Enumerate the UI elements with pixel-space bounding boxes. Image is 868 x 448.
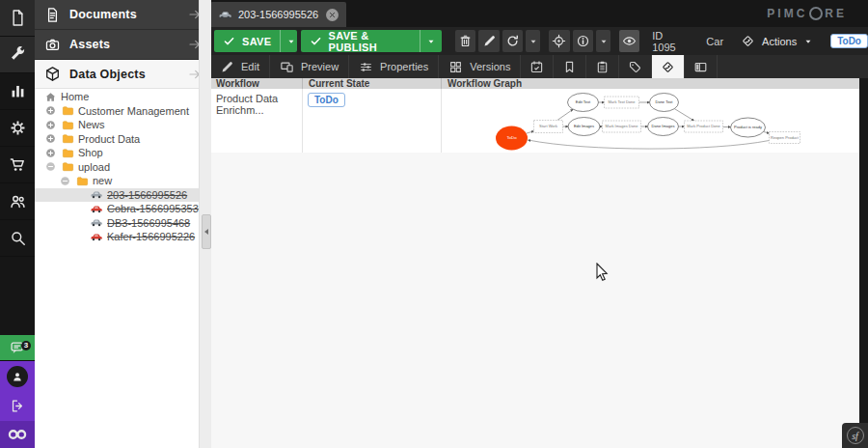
- info-icon: [576, 34, 590, 48]
- tree-item-203-1566995526[interactable]: 203-1566995526: [35, 188, 199, 203]
- object-tab-schedule[interactable]: [521, 55, 554, 78]
- rename-button[interactable]: [478, 30, 500, 52]
- workflow-name: Product Data Enrichm...: [210, 89, 302, 116]
- save-publish-dropdown[interactable]: [420, 30, 442, 52]
- car-icon: [90, 217, 103, 229]
- object-tab-properties[interactable]: Properties: [349, 55, 439, 78]
- tree-item-new[interactable]: new: [35, 174, 199, 188]
- svg-text:Start Work: Start Work: [539, 124, 557, 128]
- save-button[interactable]: SAVE: [214, 30, 297, 52]
- folder-icon: [61, 119, 74, 130]
- svg-text:Product is ready: Product is ready: [734, 125, 762, 129]
- rail-documents-button[interactable]: [0, 0, 35, 37]
- object-tab-tags[interactable]: [619, 55, 652, 78]
- tree-item-upload[interactable]: upload: [35, 160, 199, 175]
- folder-icon: [61, 147, 74, 158]
- folder-icon: [75, 175, 89, 186]
- object-tab-edit[interactable]: Edit: [210, 55, 270, 78]
- check-icon: [310, 35, 322, 47]
- locate-in-tree-button[interactable]: [549, 30, 570, 52]
- workflow-grid-row[interactable]: Product Data Enrichm... ToDo ToDoStart W…: [210, 89, 859, 153]
- expand-plus-icon[interactable]: [43, 119, 57, 130]
- tree-item-db3-1566995468[interactable]: DB3-1566995468: [35, 216, 199, 231]
- object-tab-preview[interactable]: Preview: [270, 55, 349, 78]
- preview-eye-button[interactable]: [619, 30, 640, 52]
- object-tab-reports[interactable]: [586, 55, 619, 78]
- tree-item-news[interactable]: News: [35, 118, 199, 132]
- cell-current-state: ToDo: [303, 89, 442, 153]
- camera-icon: [44, 37, 61, 53]
- col-workflow[interactable]: Workflow: [210, 78, 303, 89]
- chart-icon: [9, 82, 27, 100]
- tree-item-shop[interactable]: Shop: [35, 146, 199, 160]
- panel-documents[interactable]: Documents: [35, 0, 210, 30]
- tree-item-cobra-1566995353[interactable]: Cobra-1566995353: [35, 202, 199, 216]
- expand-plus-icon[interactable]: [43, 105, 57, 117]
- save-label: SAVE: [242, 36, 271, 47]
- splitter-collapse-handle[interactable]: [202, 214, 211, 249]
- panel-data-objects[interactable]: Data Objects: [35, 60, 210, 89]
- panel-splitter[interactable]: [199, 0, 211, 448]
- workflow-node-mark_images_done: Mark Images Done: [603, 121, 641, 132]
- info-dropdown[interactable]: [596, 30, 610, 52]
- symfony-toolbar-button[interactable]: sf: [842, 423, 868, 448]
- rail-ecommerce-button[interactable]: [0, 147, 35, 183]
- actions-label: Actions: [762, 36, 797, 47]
- person-icon: [11, 370, 24, 383]
- tree-item-product-data[interactable]: Product Data: [35, 132, 199, 147]
- rail-search-button[interactable]: [0, 220, 35, 257]
- svg-text:Mark Text Done: Mark Text Done: [609, 99, 637, 104]
- collapse-minus-icon[interactable]: [43, 161, 57, 173]
- rail-tools-button[interactable]: [0, 37, 35, 73]
- reload-button[interactable]: [502, 30, 524, 52]
- expand-plus-icon[interactable]: [43, 147, 57, 158]
- brand-left: PIMC: [767, 7, 807, 20]
- tab-object-203[interactable]: 203-1566995526: [210, 2, 346, 27]
- tree-item-label: upload: [78, 161, 110, 173]
- tree-item-home[interactable]: Home: [35, 90, 199, 104]
- tab-close-icon[interactable]: [326, 9, 339, 21]
- rail-customers-button[interactable]: [0, 183, 35, 220]
- cell-workflow-name: Product Data Enrichm...: [210, 89, 303, 153]
- workflow-node-todo: ToDo: [496, 126, 528, 151]
- panel-assets[interactable]: Assets: [35, 30, 210, 60]
- reload-dropdown[interactable]: [526, 30, 540, 52]
- object-tab-versions[interactable]: Versions: [439, 55, 521, 78]
- rail-logout-button[interactable]: [0, 391, 35, 421]
- sliders-icon: [359, 60, 373, 74]
- folder-icon: [61, 161, 74, 173]
- tree-item-customer-management[interactable]: Customer Management: [35, 104, 199, 119]
- actions-button[interactable]: Actions: [741, 34, 813, 48]
- caret-down-icon: [286, 37, 296, 46]
- workflow-icon: [741, 34, 755, 48]
- sf-icon: sf: [847, 427, 864, 444]
- save-publish-button[interactable]: SAVE & PUBLISH: [301, 30, 443, 52]
- tree-item-label: Product Data: [78, 133, 140, 145]
- object-tab-notes-events[interactable]: [554, 55, 586, 78]
- panel-data-objects-label: Data Objects: [69, 68, 187, 81]
- col-workflow-graph[interactable]: Workflow Graph: [442, 78, 859, 89]
- rail-reports-button[interactable]: [0, 73, 35, 110]
- col-current-state[interactable]: Current State: [303, 78, 442, 89]
- rail-pimcore-logo-button[interactable]: [0, 421, 35, 448]
- rail-notifications-button[interactable]: 3: [0, 335, 35, 361]
- delete-button[interactable]: [455, 30, 476, 52]
- rail-settings-button[interactable]: [0, 110, 35, 147]
- object-tab-workflow[interactable]: [652, 55, 685, 78]
- object-tab-label: Properties: [380, 61, 428, 72]
- save-dropdown[interactable]: [280, 30, 296, 52]
- caret-down-icon: [599, 37, 609, 46]
- main-content: 203-1566995526 PIMCRE SAVE SAVE & PUBLIS…: [210, 0, 868, 448]
- workflow-node-mark_product_done: Mark Product Done: [685, 121, 723, 132]
- rail-user-profile-button[interactable]: [0, 361, 35, 391]
- info-button[interactable]: [573, 30, 594, 52]
- grid4-icon: [448, 60, 463, 74]
- object-toolbar: SAVE SAVE & PUBLISH ID 1095: [210, 27, 868, 55]
- cube-icon: [44, 66, 61, 82]
- expand-plus-icon[interactable]: [43, 133, 57, 145]
- collapse-minus-icon[interactable]: [58, 175, 71, 186]
- object-tab-custom-layout[interactable]: [685, 55, 718, 78]
- tree-item-kafer-1566995226[interactable]: Kafer-1566995226: [35, 230, 199, 244]
- tree-item-label: Kafer-1566995226: [107, 231, 195, 242]
- check-icon: [223, 35, 235, 47]
